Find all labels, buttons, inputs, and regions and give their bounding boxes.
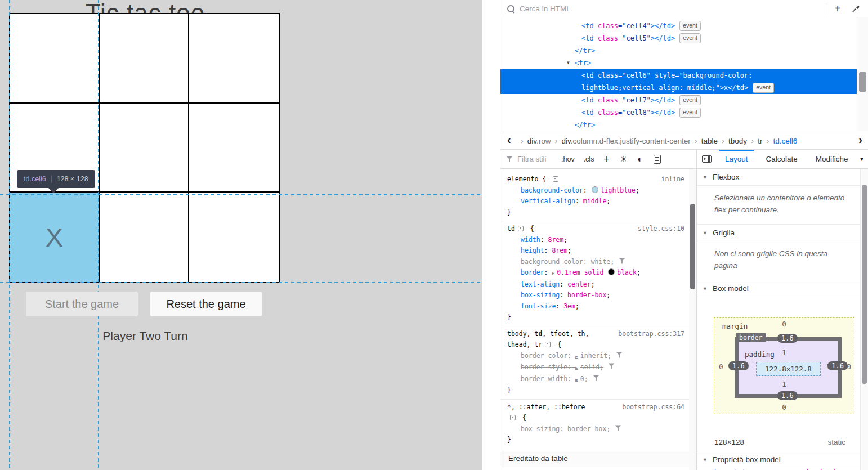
property-value[interactable]: 8rem xyxy=(552,247,567,254)
border-top-value[interactable]: 1.6 xyxy=(777,334,798,343)
breadcrumb-item[interactable]: div.row xyxy=(527,137,551,145)
property-name[interactable]: background-color xyxy=(521,258,583,266)
overridden-filter-icon[interactable] xyxy=(609,364,615,369)
board-cell[interactable] xyxy=(100,193,189,282)
rule-selector-line[interactable]: elemento { inline xyxy=(500,174,689,185)
margin-bottom-value[interactable]: 0 xyxy=(714,403,854,411)
border-bottom-value[interactable]: 1.6 xyxy=(777,391,798,400)
css-declaration[interactable]: text-align: center; xyxy=(500,279,689,290)
rule-selector-line[interactable]: td {style.css:10 xyxy=(500,223,689,235)
css-declaration[interactable]: border: ▶0.1rem solid black; xyxy=(500,267,689,279)
margin-left-value[interactable]: 0 xyxy=(719,362,723,371)
dark-scheme-icon[interactable]: ◐ xyxy=(632,154,648,164)
board-cell[interactable] xyxy=(189,193,279,282)
padding-right-value[interactable]: 1 xyxy=(826,362,830,371)
breadcrumb-back-icon[interactable]: ‹ xyxy=(500,133,517,147)
css-declaration[interactable]: vertical-align: middle; xyxy=(500,196,689,207)
property-value[interactable]: border-box xyxy=(567,291,606,299)
property-value[interactable]: border-box xyxy=(567,425,606,433)
expand-arrow-icon[interactable]: ▶ xyxy=(575,354,578,359)
property-name[interactable]: border-style xyxy=(521,363,567,371)
pseudo-class-toggle[interactable]: :hov xyxy=(557,155,579,163)
layout-scrollbar-thumb[interactable] xyxy=(862,185,867,384)
breadcrumb-item[interactable]: table xyxy=(701,137,718,145)
overridden-filter-icon[interactable] xyxy=(615,425,621,431)
board-cell[interactable] xyxy=(189,104,279,193)
css-declaration[interactable]: border-width: ▶0; xyxy=(500,374,689,386)
tab-computed[interactable]: Calcolate xyxy=(764,150,800,168)
markup-line[interactable]: <td class="cell8"></td>event xyxy=(500,106,857,119)
padding-top-value[interactable]: 1 xyxy=(714,348,854,357)
element-picker-icon[interactable] xyxy=(545,342,551,347)
property-value[interactable]: white xyxy=(591,258,611,266)
filter-styles-placeholder[interactable]: Filtra stili xyxy=(517,155,557,163)
property-value[interactable]: inherit xyxy=(580,352,607,360)
property-name[interactable]: border xyxy=(521,268,544,276)
property-value[interactable]: 0.1rem solid xyxy=(557,268,607,276)
element-picker-icon[interactable] xyxy=(518,226,524,231)
event-badge[interactable]: event xyxy=(679,21,701,31)
property-name[interactable]: box-sizing xyxy=(521,425,560,433)
css-declaration[interactable]: border-color: ▶inherit; xyxy=(500,351,689,362)
property-name[interactable]: background-color xyxy=(521,186,583,194)
grid-section-header[interactable]: ▼ Griglia xyxy=(697,225,868,241)
css-declaration[interactable]: height: 8rem; xyxy=(500,245,689,257)
overridden-filter-icon[interactable] xyxy=(616,352,623,357)
board-cell[interactable] xyxy=(10,14,100,104)
flexbox-section-header[interactable]: ▼ Flexbox xyxy=(697,169,868,186)
property-name[interactable]: vertical-align xyxy=(521,197,575,205)
element-picker-icon[interactable] xyxy=(510,415,516,420)
property-value[interactable]: middle xyxy=(583,197,607,205)
margin-top-value[interactable]: 0 xyxy=(714,320,854,328)
print-simulation-icon[interactable] xyxy=(654,155,661,164)
markup-line[interactable]: <td class="cell5"></td>event xyxy=(500,32,857,44)
property-value[interactable]: solid xyxy=(580,363,600,371)
markup-search-bar[interactable]: Cerca in HTML + xyxy=(500,0,868,17)
board-cell[interactable] xyxy=(100,104,189,193)
css-declaration[interactable]: border-style: ▶solid; xyxy=(500,362,689,374)
board-cell[interactable] xyxy=(100,14,189,104)
expand-twisty-icon[interactable]: ▼ xyxy=(567,57,570,69)
property-value[interactable]: lightblue xyxy=(601,186,636,194)
rules-scrollbar-thumb[interactable] xyxy=(690,204,695,289)
property-name[interactable]: text-align xyxy=(521,280,560,288)
property-value[interactable]: black xyxy=(617,268,637,276)
property-value[interactable]: 8rem xyxy=(548,236,563,244)
markup-line-selected[interactable]: <td class="cell6" style="background-colo… xyxy=(500,69,857,94)
padding-bottom-value[interactable]: 1 xyxy=(714,380,854,388)
property-name[interactable]: border-width xyxy=(521,375,567,383)
rule-selector-line[interactable]: *, ::after, ::beforebootstrap.css:64 xyxy=(500,402,689,413)
markup-scrollbar[interactable] xyxy=(857,17,868,131)
rules-scrollbar[interactable] xyxy=(689,169,696,470)
reset-game-button[interactable]: Reset the game xyxy=(150,292,262,316)
stylesheet-link[interactable]: style.css:10 xyxy=(638,223,684,235)
property-name[interactable]: height xyxy=(521,247,544,254)
expand-arrow-icon[interactable]: ▶ xyxy=(575,365,578,370)
event-badge[interactable]: event xyxy=(679,33,701,43)
markup-line[interactable]: </tr> xyxy=(500,44,857,57)
board-cell[interactable]: X xyxy=(10,193,100,282)
breadcrumb-item[interactable]: td.cell6 xyxy=(773,137,797,145)
property-name[interactable]: width xyxy=(521,236,540,244)
board-cell[interactable] xyxy=(189,14,279,104)
rule-selector-line[interactable]: { xyxy=(500,413,689,424)
css-declaration[interactable]: box-sizing: border-box; xyxy=(500,424,689,435)
breadcrumb-forward-icon[interactable]: › xyxy=(855,133,868,147)
event-badge[interactable]: event xyxy=(753,83,774,93)
rule-selector-line[interactable]: tbody, td, tfoot, th,bootstrap.css:317 xyxy=(500,329,689,340)
box-model-section-header[interactable]: ▼ Box model xyxy=(697,280,868,297)
breadcrumb-item[interactable]: tbody xyxy=(728,137,747,145)
tab-changes[interactable]: Modifiche xyxy=(813,150,851,168)
box-model-content-box[interactable]: 122.8×122.8 xyxy=(756,362,821,376)
padding-left-value[interactable]: 1 xyxy=(745,362,749,371)
markup-line[interactable]: <td class="cell7"></td>event xyxy=(500,94,857,106)
tab-layout[interactable]: Layout xyxy=(723,150,750,168)
property-value[interactable]: center xyxy=(567,280,591,288)
box-model-properties-header[interactable]: ▼ Proprietà box model xyxy=(697,451,868,468)
light-scheme-icon[interactable]: ☀ xyxy=(615,154,632,164)
property-name[interactable]: box-sizing xyxy=(521,291,560,299)
property-value[interactable]: 0 xyxy=(580,375,584,383)
layout-scrollbar[interactable] xyxy=(860,169,868,470)
add-rule-icon[interactable]: + xyxy=(598,154,615,164)
class-toggle[interactable]: .cls xyxy=(579,155,599,163)
